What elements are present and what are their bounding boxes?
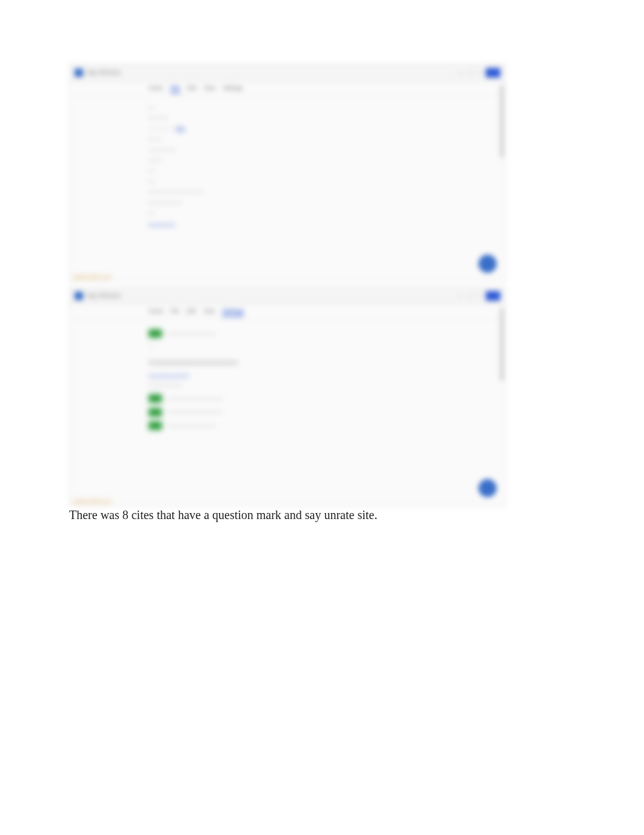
rating-badge-icon bbox=[149, 394, 162, 403]
app-icon bbox=[75, 69, 83, 77]
result-row: — — — — — — — — bbox=[149, 407, 426, 416]
watermark-text: watermark text bbox=[70, 274, 111, 280]
watermark-text: watermark text bbox=[70, 498, 111, 505]
text-line: — — — — — — — — bbox=[149, 187, 426, 196]
tab-2: Edit bbox=[187, 308, 196, 317]
window-title: App Window bbox=[87, 292, 121, 299]
window-controls: — □ × bbox=[458, 291, 500, 301]
result-text: — — — — — — — bbox=[168, 421, 215, 430]
text-line: — — — — — bbox=[149, 381, 426, 389]
text-line: — — — — bbox=[149, 219, 426, 227]
maximize-icon: □ bbox=[469, 69, 472, 76]
accent-tab bbox=[486, 68, 500, 78]
text-line: — bbox=[149, 177, 426, 186]
window-titlebar: App Window — □ × bbox=[70, 287, 505, 304]
tab-0: Home bbox=[149, 85, 163, 93]
result-text: — — — — — — — — bbox=[168, 394, 223, 403]
content-area: — — — — — — — — link — — — — — — — — — —… bbox=[70, 96, 505, 235]
app-icon bbox=[75, 292, 83, 300]
tab-row: Home File Edit View Settings bbox=[70, 304, 505, 320]
text-line: — — — — link bbox=[149, 124, 426, 133]
result-row: — — — — — — — bbox=[149, 421, 426, 430]
text-line: — — — — — bbox=[149, 198, 426, 207]
window-controls: — □ × bbox=[458, 68, 500, 78]
tab-0: Home bbox=[149, 308, 163, 317]
text-line: — bbox=[149, 209, 426, 217]
tab-row: Home File Edit View Settings bbox=[70, 81, 505, 96]
window-titlebar: App Window — □ × bbox=[70, 64, 505, 81]
blurred-screenshot-2: App Window — □ × Home File Edit View Set… bbox=[69, 287, 506, 506]
tab-1: File bbox=[170, 85, 180, 93]
close-icon: × bbox=[477, 292, 481, 299]
result-text: — — — — — — — — — — — — — bbox=[149, 357, 238, 365]
tab-4: Settings bbox=[223, 85, 243, 93]
tab-2: Edit bbox=[187, 85, 197, 93]
text-line: — — bbox=[149, 156, 426, 164]
text-line: — — — — bbox=[149, 146, 426, 154]
text-line: — — — — — — bbox=[149, 370, 426, 378]
tab-3: View bbox=[203, 308, 215, 317]
maximize-icon: □ bbox=[469, 292, 472, 299]
rating-badge-icon bbox=[149, 408, 162, 417]
text-line: — — — bbox=[149, 113, 426, 122]
result-row: — — — — — — — bbox=[149, 329, 426, 338]
minimize-icon: — bbox=[458, 292, 464, 299]
result-text: — — — — — — — — bbox=[168, 407, 223, 416]
tab-1: File bbox=[170, 308, 179, 317]
accent-tab bbox=[486, 291, 500, 301]
rating-badge-icon bbox=[149, 421, 162, 430]
result-row: — — — — — — — — bbox=[149, 394, 426, 403]
scrollbar bbox=[500, 85, 503, 158]
rating-badge-icon bbox=[149, 329, 162, 338]
result-text: — — — — — — — bbox=[168, 329, 215, 338]
link-text: link bbox=[176, 126, 185, 132]
tab-3: View bbox=[204, 85, 215, 93]
text-line: — bbox=[149, 166, 426, 175]
text-line: — bbox=[149, 343, 426, 351]
minimize-icon: — bbox=[458, 69, 464, 76]
content-area: — — — — — — — — — — — — — — — — — — — — … bbox=[70, 320, 505, 440]
caption-text: There was 8 cites that have a question m… bbox=[69, 508, 377, 522]
tab-4: Settings bbox=[222, 308, 244, 317]
window-title: App Window bbox=[87, 69, 121, 76]
close-icon: × bbox=[477, 69, 481, 76]
scrollbar bbox=[500, 308, 503, 381]
text-line: — bbox=[149, 103, 426, 112]
blurred-screenshot-1: App Window — □ × Home File Edit View Set… bbox=[69, 64, 506, 282]
result-row: — — — — — — — — — — — — — bbox=[149, 357, 426, 365]
floating-action-button bbox=[478, 479, 497, 497]
text-line: — — bbox=[149, 135, 426, 143]
floating-action-button bbox=[478, 255, 497, 273]
